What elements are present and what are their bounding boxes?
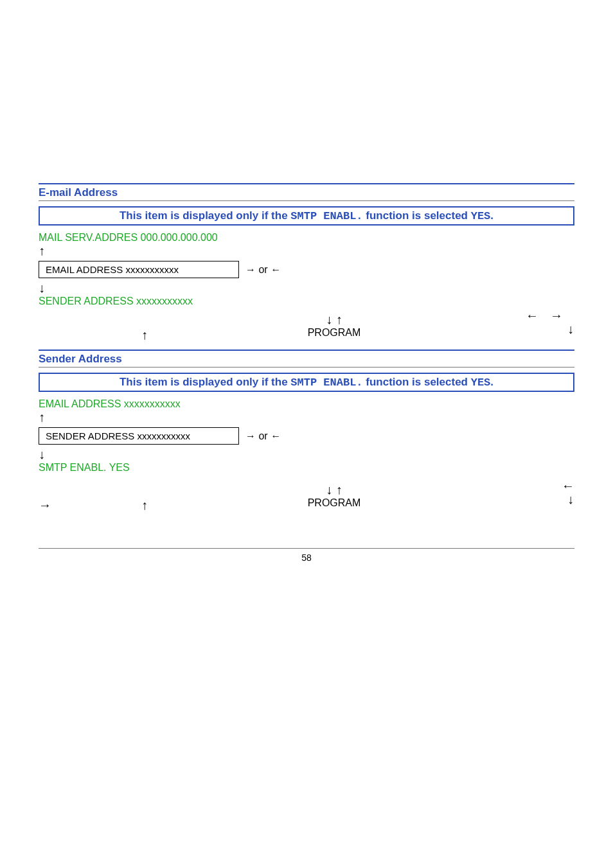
next-item: SMTP ENABL. YES: [39, 462, 574, 474]
info-banner: This item is displayed only if the SMTP …: [39, 206, 574, 226]
nav-or: → or ←: [245, 264, 281, 276]
banner-mono: SMTP ENABL.: [290, 210, 362, 222]
nav-row: → ↑ ↓ ↑ PROGRAM ← ↓: [39, 483, 574, 520]
prev-item: EMAIL ADDRESS xxxxxxxxxxx: [39, 398, 574, 410]
nav-leftright-arrows-icon: ←→: [526, 308, 574, 323]
section-title-sender: Sender Address: [39, 351, 574, 367]
info-banner: This item is displayed only if the SMTP …: [39, 373, 574, 392]
email-address-field[interactable]: EMAIL ADDRESS xxxxxxxxxxx: [39, 261, 239, 278]
right-arrow-icon: →: [245, 430, 256, 441]
page-number: 58: [39, 553, 574, 563]
nav-program-label: PROGRAM: [283, 497, 386, 509]
up-arrow-icon: ↑: [39, 244, 574, 258]
section-title-email: E-mail Address: [39, 184, 574, 200]
banner-text: This item is displayed only if the SMTP …: [120, 209, 493, 222]
nav-or: → or ←: [245, 430, 281, 442]
banner-mid: function is selected: [363, 376, 471, 388]
banner-mono: YES: [471, 210, 491, 222]
right-arrow-icon: →: [245, 264, 256, 275]
up-arrow-icon: ↑: [39, 410, 574, 425]
banner-pre: This item is displayed only if the: [120, 209, 290, 222]
left-arrow-icon: ←: [271, 430, 281, 441]
or-text: or: [256, 430, 271, 441]
next-item: SENDER ADDRESS xxxxxxxxxxx: [39, 296, 574, 307]
banner-pre: This item is displayed only if the: [120, 376, 290, 388]
or-text: or: [256, 264, 271, 275]
nav-updown-arrows-icon: ↓ ↑: [283, 312, 386, 327]
banner-post: .: [490, 376, 493, 388]
divider: [39, 548, 574, 549]
prev-item: MAIL SERV.ADDRES 000.000.000.000: [39, 232, 574, 244]
nav-down-arrow-icon: ↓: [562, 492, 574, 507]
nav-up-arrow-icon: ↑: [141, 328, 148, 342]
banner-text: This item is displayed only if the SMTP …: [120, 376, 493, 388]
banner-post: .: [490, 209, 493, 222]
nav-program-label: PROGRAM: [283, 327, 386, 339]
nav-row: ↑ ↓ ↑ PROGRAM ←→ ↓: [39, 312, 574, 350]
down-arrow-icon: ↓: [39, 281, 574, 296]
sender-address-field[interactable]: SENDER ADDRESS xxxxxxxxxxx: [39, 427, 239, 445]
banner-mid: function is selected: [363, 209, 471, 222]
nav-up-arrow-icon: ↑: [141, 498, 148, 513]
small-right-arrow-icon: →: [39, 498, 51, 513]
divider: [39, 367, 574, 368]
divider: [39, 200, 574, 201]
nav-left-arrow-icon: ←: [562, 479, 574, 493]
nav-down-arrow-icon: ↓: [526, 322, 574, 337]
nav-updown-arrows-icon: ↓ ↑: [283, 483, 386, 497]
left-arrow-icon: ←: [271, 264, 281, 275]
down-arrow-icon: ↓: [39, 447, 574, 462]
banner-mono: SMTP ENABL.: [290, 376, 362, 389]
banner-mono: YES: [471, 376, 491, 389]
